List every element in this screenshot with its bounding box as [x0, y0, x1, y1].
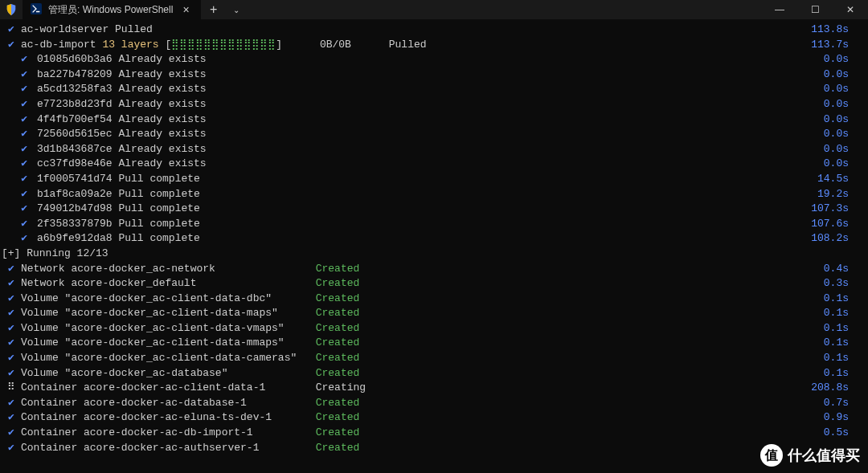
layer-status: Already exists: [118, 52, 206, 67]
resource-row: ✔Volume "acore-docker_ac-client-data-cam…: [2, 351, 866, 366]
resource-time: 0.4s: [824, 262, 866, 277]
layer-row: ✔ cc37fd98e46e Already exists0.0s: [2, 157, 866, 172]
resource-time: 208.8s: [811, 381, 866, 396]
resource-label: Volume "acore-docker_ac-client-data-maps…: [21, 306, 316, 321]
layer-row: ✔ 749012b47d98 Pull complete107.3s: [2, 202, 866, 217]
watermark: 值 什么值得买: [760, 444, 860, 467]
resource-status: Created: [316, 351, 360, 366]
layer-status: Already exists: [118, 112, 206, 128]
layer-time: 0.0s: [824, 52, 866, 67]
check-icon: ✔: [2, 306, 21, 321]
check-icon: ✔: [2, 52, 37, 67]
check-icon: ✔: [2, 410, 21, 426]
layer-status: Pull complete: [118, 231, 199, 247]
window-close-button[interactable]: ✕: [833, 0, 868, 19]
layer-id: a6b9fe912da8: [37, 231, 113, 247]
resource-time: 0.5s: [824, 426, 866, 441]
new-tab-button[interactable]: +: [201, 2, 227, 17]
layer-row: ✔ a5cd13258fa3 Already exists0.0s: [2, 82, 866, 97]
check-icon: ✔: [2, 292, 21, 307]
resource-status: Created: [316, 306, 360, 321]
resource-time: 0.9s: [824, 410, 866, 426]
resource-row: ✔Container acore-docker-ac-authserver-1 …: [2, 441, 866, 456]
resource-row: ✔Network acore-docker_ac-network Created…: [2, 262, 866, 277]
layer-row: ✔ 1f0005741d74 Pull complete14.5s: [2, 172, 866, 187]
resource-label: Network acore-docker_ac-network: [21, 262, 316, 277]
check-icon: ✔: [2, 67, 37, 83]
check-icon: ✔: [2, 276, 21, 292]
layer-time: 0.0s: [824, 157, 866, 172]
resource-row: ✔Volume "acore-docker_ac-client-data-map…: [2, 306, 866, 321]
layer-time: 19.2s: [817, 187, 866, 202]
check-icon: ✔: [2, 97, 37, 112]
layer-time: 0.0s: [824, 127, 866, 142]
check-icon: ✔: [2, 112, 37, 128]
resource-time: 0.1s: [824, 336, 866, 351]
layer-status: Already exists: [118, 142, 206, 157]
check-icon: ✔: [2, 262, 21, 277]
resource-status: Created: [316, 396, 360, 411]
resource-time: 0.3s: [824, 276, 866, 292]
layer-row: ✔ 01085d60b3a6 Already exists0.0s: [2, 52, 866, 67]
active-tab[interactable]: 管理员: Windows PowerShell ×: [23, 0, 201, 19]
layer-time: 107.6s: [811, 217, 866, 232]
layer-id: a5cd13258fa3: [37, 82, 113, 97]
resource-label: Volume "acore-docker_ac-client-data-vmap…: [21, 321, 316, 336]
check-icon: ✔: [2, 172, 37, 187]
layer-row: ✔ 4f4fb700ef54 Already exists0.0s: [2, 112, 866, 128]
resource-row: ✔Volume "acore-docker_ac-database" Creat…: [2, 366, 866, 381]
resource-label: Container acore-docker-ac-eluna-ts-dev-1: [21, 410, 316, 426]
resource-row: ✔Container acore-docker-ac-db-import-1 C…: [2, 426, 866, 441]
check-icon: ✔: [2, 187, 37, 202]
resource-status: Created: [316, 336, 360, 351]
check-icon: ✔: [2, 202, 37, 217]
check-icon: ✔: [2, 351, 21, 366]
layer-id: cc37fd98e46e: [37, 157, 113, 172]
resource-row: ✔Volume "acore-docker_ac-client-data-dbc…: [2, 292, 866, 307]
check-icon: ✔: [2, 217, 37, 232]
maximize-button[interactable]: ☐: [797, 0, 833, 19]
tab-dropdown-button[interactable]: ⌄: [227, 6, 246, 14]
layer-id: e7723b8d23fd: [37, 97, 113, 112]
tab-close-button[interactable]: ×: [179, 3, 192, 16]
import-row: ✔ ac-db-import 13 layers [ ⣿⣿⣿⣿⣿⣿⣿⣿⣿⣿⣿⣿⣿…: [2, 38, 866, 53]
layer-id: 2f358337879b: [37, 217, 113, 232]
tab-title: 管理员: Windows PowerShell: [48, 3, 173, 17]
check-icon: ✔: [2, 321, 21, 336]
resource-row: ✔Volume "acore-docker_ac-client-data-mma…: [2, 336, 866, 351]
resource-label: Container acore-docker-ac-authserver-1: [21, 441, 316, 456]
layer-id: 749012b47d98: [37, 202, 113, 217]
resource-status: Created: [316, 426, 360, 441]
resource-status: Created: [316, 366, 360, 381]
resource-row: ✔Volume "acore-docker_ac-client-data-vma…: [2, 321, 866, 336]
layer-time: 107.3s: [811, 202, 866, 217]
check-icon: ✔: [2, 336, 21, 351]
layer-row: ✔ a6b9fe912da8 Pull complete108.2s: [2, 231, 866, 247]
check-icon: ✔: [2, 127, 37, 142]
resource-label: Network acore-docker_default: [21, 276, 316, 292]
layer-status: Already exists: [118, 127, 206, 142]
layer-time: 0.0s: [824, 67, 866, 83]
resource-label: Volume "acore-docker_ac-database": [21, 366, 316, 381]
check-icon: ✔: [2, 157, 37, 172]
layer-row: ✔ 2f358337879b Pull complete107.6s: [2, 217, 866, 232]
resource-time: 0.1s: [824, 366, 866, 381]
layer-row: ✔ 72560d5615ec Already exists0.0s: [2, 127, 866, 142]
layer-row: ✔ b1af8ca09a2e Pull complete19.2s: [2, 187, 866, 202]
layer-id: 01085d60b3a6: [37, 52, 113, 67]
pull-row: ✔ ac-worldserver Pulled 113.8s: [2, 22, 866, 38]
pull-name: ac-worldserver: [21, 22, 108, 38]
layer-row: ✔ e7723b8d23fd Already exists0.0s: [2, 97, 866, 112]
watermark-text: 什么值得买: [788, 446, 860, 465]
minimize-button[interactable]: —: [762, 0, 797, 19]
check-icon: ✔: [2, 231, 37, 247]
resource-status: Created: [316, 262, 360, 277]
layer-id: 3d1b843687ce: [37, 142, 113, 157]
check-icon: ✔: [2, 82, 37, 97]
check-icon: ✔: [2, 142, 37, 157]
check-icon: ✔: [2, 396, 21, 411]
titlebar: 管理员: Windows PowerShell × + ⌄ — ☐ ✕: [0, 0, 868, 19]
check-icon: ✔: [2, 38, 21, 53]
resource-label: Container acore-docker-ac-db-import-1: [21, 426, 316, 441]
resource-status: Created: [316, 321, 360, 336]
